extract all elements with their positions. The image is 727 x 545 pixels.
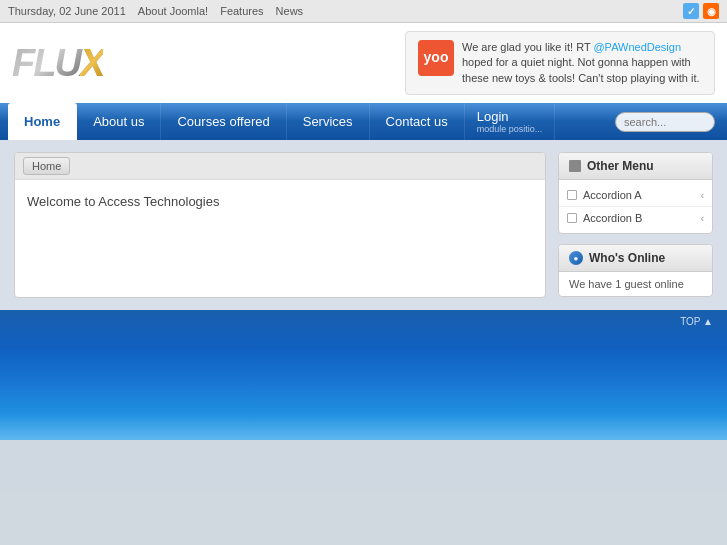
nav-item-services[interactable]: Services (287, 103, 370, 140)
nav-item-contact[interactable]: Contact us (370, 103, 465, 140)
breadcrumb-home[interactable]: Home (23, 157, 70, 175)
other-menu-header: Other Menu (559, 153, 712, 180)
other-menu-module: Other Menu Accordion A ‹ Accordion B ‹ (558, 152, 713, 234)
nav-item-courses[interactable]: Courses offered (161, 103, 286, 140)
tweet-content: We are glad you like it! RT @PAWnedDesig… (462, 40, 702, 86)
topbar-link-features[interactable]: Features (220, 5, 263, 17)
tweet-rest: hoped for a quiet night. Not gonna happe… (462, 56, 700, 83)
whos-online-header: ● Who's Online (559, 245, 712, 272)
main: Home Welcome to Access Technologies Othe… (0, 140, 727, 310)
tweet-handle[interactable]: @PAWnedDesign (593, 41, 681, 53)
accordion-a-checkbox (567, 190, 577, 200)
logo-x: X (80, 42, 103, 84)
other-menu-icon (569, 160, 581, 172)
login-label: Login (477, 109, 509, 124)
nav-item-home[interactable]: Home (8, 103, 77, 140)
other-menu-body: Accordion A ‹ Accordion B ‹ (559, 180, 712, 233)
accordion-b-label: Accordion B (583, 212, 642, 224)
content-body: Welcome to Access Technologies (15, 180, 545, 223)
footer-gradient: TOP ▲ (0, 310, 727, 440)
welcome-text: Welcome to Access Technologies (27, 194, 533, 209)
header: FLUX yoo We are glad you like it! RT @PA… (0, 23, 727, 103)
online-icon: ● (569, 251, 583, 265)
topbar-left: Thursday, 02 June 2011 About Joomla! Fea… (8, 5, 303, 17)
sidebar: Other Menu Accordion A ‹ Accordion B ‹ ●… (558, 152, 713, 298)
other-menu-title: Other Menu (587, 159, 654, 173)
logo: FLUX (12, 42, 103, 85)
topbar: Thursday, 02 June 2011 About Joomla! Fea… (0, 0, 727, 23)
content-area: Home Welcome to Access Technologies (14, 152, 546, 298)
login-sub: module positio... (477, 124, 543, 134)
topbar-link-news[interactable]: News (276, 5, 304, 17)
top-link[interactable]: TOP ▲ (680, 316, 713, 327)
nav: Home About us Courses offered Services C… (0, 103, 727, 140)
bottom-area (0, 440, 727, 490)
accordion-b-arrow: ‹ (701, 213, 704, 224)
nav-item-about[interactable]: About us (77, 103, 161, 140)
online-body: We have 1 guest online (559, 272, 712, 296)
whos-online-module: ● Who's Online We have 1 guest online (558, 244, 713, 297)
tweet-box: yoo We are glad you like it! RT @PAWnedD… (405, 31, 715, 95)
nav-search (611, 103, 719, 140)
topbar-right: ✓ ◉ (683, 3, 719, 19)
accordion-a-arrow: ‹ (701, 190, 704, 201)
topbar-date: Thursday, 02 June 2011 (8, 5, 126, 17)
search-input[interactable] (615, 112, 715, 132)
whos-online-title: Who's Online (589, 251, 665, 265)
online-text: We have 1 guest online (569, 278, 684, 290)
accordion-b-checkbox (567, 213, 577, 223)
nav-wrapper: Home About us Courses offered Services C… (0, 103, 727, 140)
yoo-logo: yoo (418, 40, 454, 76)
tweet-text: We are glad you like it! RT (462, 41, 593, 53)
rss-icon[interactable]: ◉ (703, 3, 719, 19)
accordion-b[interactable]: Accordion B ‹ (559, 207, 712, 229)
nav-item-login[interactable]: Login module positio... (465, 103, 556, 140)
topbar-link-about[interactable]: About Joomla! (138, 5, 208, 17)
breadcrumb-bar: Home (15, 153, 545, 180)
accordion-a[interactable]: Accordion A ‹ (559, 184, 712, 207)
logo-text: FLU (12, 42, 80, 84)
twitter-icon[interactable]: ✓ (683, 3, 699, 19)
logo-area: FLUX (12, 42, 103, 85)
accordion-a-label: Accordion A (583, 189, 642, 201)
